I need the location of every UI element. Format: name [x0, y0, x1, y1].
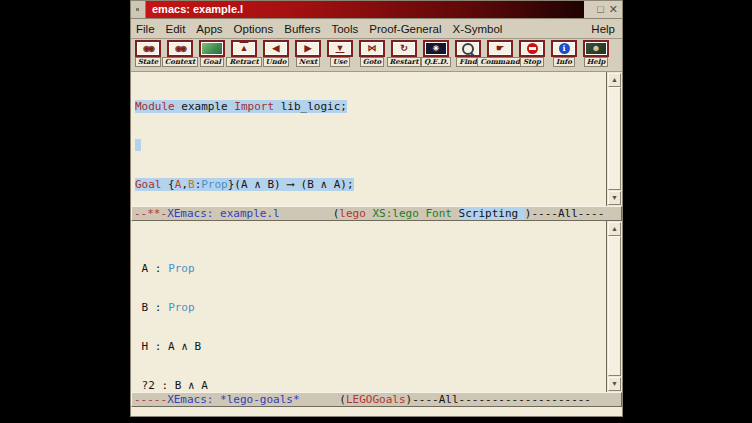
- toolbar-button-help[interactable]: ☻ Help: [581, 40, 611, 67]
- toolbar-button-next[interactable]: ▶ Next: [293, 40, 323, 67]
- window-menu-dot-icon: [136, 8, 139, 11]
- code-token: {: [162, 178, 175, 191]
- find-magnifier-icon: [455, 40, 481, 57]
- window-menu-button[interactable]: [131, 1, 146, 18]
- code-token: example: [175, 100, 235, 113]
- code-token: Goal: [135, 178, 162, 191]
- window-title: emacs: example.l: [152, 3, 243, 15]
- code-token: B: [188, 178, 195, 191]
- toolbar-button-retract[interactable]: ▲ Retract: [229, 40, 259, 67]
- code-token: ,: [181, 178, 188, 191]
- undo-left-icon: ◀: [263, 40, 289, 57]
- glasses-icon: ◉◉: [135, 40, 161, 57]
- proof-toolbar: ◉◉ State ◉◉ Context Goal ▲ Retract ◀ Und…: [131, 39, 622, 72]
- goal-token: ?2 : B ∧ A: [135, 379, 208, 392]
- menu-item-help[interactable]: Help: [591, 23, 615, 35]
- toolbar-button-info[interactable]: i Info: [549, 40, 579, 67]
- toolbar-label: Q.E.D.: [421, 57, 451, 67]
- close-button[interactable]: ✕: [609, 4, 618, 15]
- menu-item-tools[interactable]: Tools: [331, 23, 358, 35]
- window-controls: □ ✕: [584, 1, 622, 18]
- scrollbar-up-arrow-icon[interactable]: ▲: [608, 222, 621, 236]
- goals-buffer-pane: A : Prop B : Prop H : A ∧ B ?2 : B ∧ A ▲…: [131, 221, 622, 392]
- code-token: lib_logic;: [274, 100, 347, 113]
- modified-indicator: -----: [134, 393, 167, 406]
- toolbar-button-undo[interactable]: ◀ Undo: [261, 40, 291, 67]
- code-line: [135, 139, 606, 152]
- script-buffer[interactable]: Module example Import lib_logic; Goal {A…: [131, 72, 606, 206]
- script-scrollbar[interactable]: ▲ ▼: [606, 72, 622, 206]
- goal-token: A :: [135, 262, 168, 275]
- scrollbar-thumb[interactable]: [608, 236, 621, 376]
- qed-starry-icon: ✳: [423, 40, 449, 57]
- toolbar-button-goto[interactable]: ⋈ Goto: [357, 40, 387, 67]
- title-bar[interactable]: emacs: example.l □ ✕: [131, 1, 622, 19]
- goal-line: A : Prop: [135, 262, 606, 275]
- use-down-icon: ▼: [327, 40, 353, 57]
- menu-item-options[interactable]: Options: [234, 23, 274, 35]
- help-figure-icon: ☻: [583, 40, 609, 57]
- stop-no-entry-icon: [519, 40, 545, 57]
- code-line: Module example Import lib_logic;: [135, 100, 606, 113]
- toolbar-label: Command: [477, 57, 523, 67]
- modeline-paren: (: [339, 393, 346, 406]
- scrollbar-up-arrow-icon[interactable]: ▲: [608, 73, 621, 87]
- command-hand-icon: ☛: [487, 40, 513, 57]
- scrollbar-thumb[interactable]: [608, 87, 621, 190]
- down-triangle-glyph: ▼: [336, 42, 345, 55]
- toolbar-button-use[interactable]: ▼ Use: [325, 40, 355, 67]
- modeline-minor-modes: XS:lego Font: [372, 207, 451, 220]
- goals-scrollbar[interactable]: ▲ ▼: [606, 221, 622, 392]
- goal-picture-icon: [199, 40, 225, 57]
- code-line: Goal {A,B:Prop}(A ∧ B) ⟶ (B ∧ A);: [135, 178, 606, 191]
- scrollbar-down-arrow-icon[interactable]: ▼: [608, 191, 621, 205]
- toolbar-label: Goal: [200, 57, 224, 67]
- modified-indicator: --**-: [134, 207, 167, 220]
- toolbar-button-goal[interactable]: Goal: [197, 40, 227, 67]
- menu-item-proof-general[interactable]: Proof-General: [369, 23, 441, 35]
- toolbar-button-stop[interactable]: Stop: [517, 40, 547, 67]
- toolbar-button-state[interactable]: ◉◉ State: [133, 40, 163, 67]
- toolbar-label: Stop: [520, 57, 544, 67]
- menu-item-apps[interactable]: Apps: [196, 23, 222, 35]
- no-entry-glyph: [527, 43, 538, 54]
- modeline-major-mode: lego: [339, 207, 366, 220]
- restart-circular-arrow-icon: ↻: [391, 40, 417, 57]
- toolbar-label: Info: [553, 57, 575, 67]
- toolbar-label: Context: [162, 57, 198, 67]
- toolbar-label: Restart: [387, 57, 422, 67]
- modeline-suffix: )----All--------------------: [406, 393, 591, 406]
- toolbar-button-context[interactable]: ◉◉ Context: [165, 40, 195, 67]
- menu-item-buffers[interactable]: Buffers: [284, 23, 320, 35]
- toolbar-button-restart[interactable]: ↻ Restart: [389, 40, 419, 67]
- toolbar-label: Goto: [360, 57, 385, 67]
- toolbar-button-command[interactable]: ☛ Command: [485, 40, 515, 67]
- menu-item-file[interactable]: File: [136, 23, 155, 35]
- modeline-gap: [280, 207, 333, 220]
- retract-up-icon: ▲: [231, 40, 257, 57]
- magnifier-glyph: [462, 43, 474, 55]
- modeline-gap: [300, 393, 340, 406]
- code-token: Import: [234, 100, 274, 113]
- toolbar-button-qed[interactable]: ✳ Q.E.D.: [421, 40, 451, 67]
- modeline-space: [452, 207, 459, 220]
- toolbar-label: Retract: [226, 57, 261, 67]
- script-modeline: --**-XEmacs: example.l (lego XS:lego Fon…: [131, 206, 622, 221]
- menu-item-x-symbol[interactable]: X-Symbol: [453, 23, 503, 35]
- info-icon: i: [551, 40, 577, 57]
- goal-token: B :: [135, 301, 168, 314]
- xemacs-window: emacs: example.l □ ✕ File Edit Apps Opti…: [130, 0, 623, 417]
- goal-token: Prop: [168, 301, 195, 314]
- echo-area[interactable]: [131, 407, 622, 416]
- goals-buffer[interactable]: A : Prop B : Prop H : A ∧ B ?2 : B ∧ A: [131, 221, 606, 392]
- goal-token: H : A ∧ B: [135, 340, 201, 353]
- goal-token: Prop: [168, 262, 195, 275]
- goal-line: H : A ∧ B: [135, 340, 606, 353]
- goto-bowtie-icon: ⋈: [359, 40, 385, 57]
- maximize-button[interactable]: □: [597, 4, 604, 15]
- title-bar-red-area[interactable]: emacs: example.l: [146, 1, 584, 18]
- code-token: }(A ∧ B) ⟶ (B ∧ A);: [228, 178, 354, 191]
- menu-item-edit[interactable]: Edit: [166, 23, 186, 35]
- modeline-buffer-name: XEmacs: example.l: [167, 207, 280, 220]
- scrollbar-down-arrow-icon[interactable]: ▼: [608, 377, 621, 391]
